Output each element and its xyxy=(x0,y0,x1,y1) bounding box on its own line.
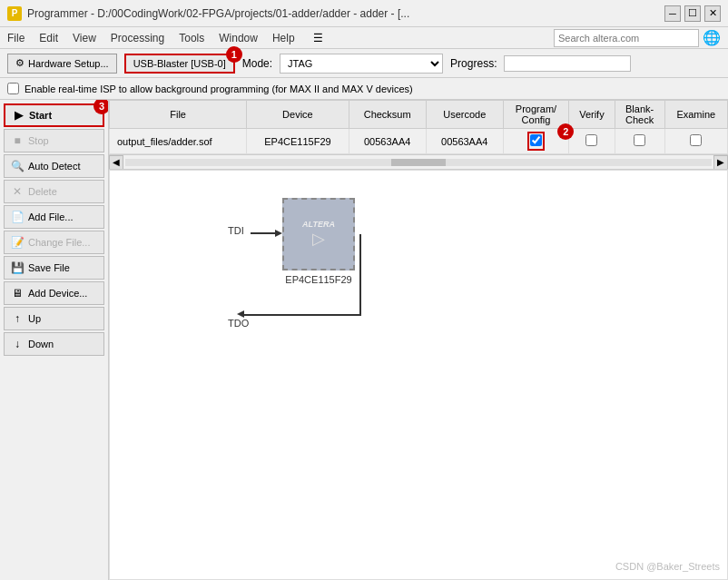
tdi-label: TDI xyxy=(228,225,244,236)
title-controls: ─ ☐ ✕ xyxy=(664,5,721,22)
cell-device: EP4CE115F29 xyxy=(247,129,349,154)
up-button[interactable]: ↑ Up xyxy=(4,307,104,330)
title-text: Programmer - D:/00CodingWork/02-FPGA/pro… xyxy=(27,7,409,20)
col-examine: Examine xyxy=(664,101,727,129)
progress-bar xyxy=(504,55,631,72)
save-file-icon: 💾 xyxy=(10,261,25,275)
cell-verify xyxy=(569,129,615,154)
scroll-right-button[interactable]: ▶ xyxy=(713,155,728,170)
change-file-icon: 📝 xyxy=(10,235,25,250)
examine-checkbox[interactable] xyxy=(690,134,702,146)
stop-button[interactable]: ■ Stop xyxy=(4,129,104,152)
hw-toolbar: ⚙ Hardware Setup... USB-Blaster [USB-0] … xyxy=(0,49,728,78)
start-button[interactable]: ▶ Start xyxy=(4,103,104,127)
down-button[interactable]: ↓ Down xyxy=(4,332,104,356)
auto-detect-button[interactable]: 🔍 Auto Detect xyxy=(4,154,104,178)
add-device-button[interactable]: 🖥 Add Device... xyxy=(4,281,104,305)
right-line-h xyxy=(241,314,361,316)
horizontal-scrollbar[interactable]: ◀ ▶ xyxy=(109,155,728,170)
tdo-arrowhead xyxy=(237,310,244,318)
menu-extra-icon: ☰ xyxy=(313,32,323,44)
start-icon: ▶ xyxy=(11,108,25,123)
sidebar: ▶ Start 3 ■ Stop 🔍 Auto Detect ✕ Delete … xyxy=(0,100,109,580)
mode-label: Mode: xyxy=(242,57,272,70)
file-table: File Device Checksum Usercode Program/Co… xyxy=(109,100,728,154)
add-file-icon: 📄 xyxy=(10,210,25,224)
start-badge: 3 xyxy=(93,100,109,114)
minimize-button[interactable]: ─ xyxy=(664,5,681,22)
progress-label: Progress: xyxy=(450,57,497,70)
up-icon: ↑ xyxy=(10,311,25,326)
scroll-thumb[interactable] xyxy=(391,159,446,166)
scroll-track[interactable] xyxy=(125,159,712,166)
restore-button[interactable]: ☐ xyxy=(684,5,701,22)
col-blank-check: Blank-Check xyxy=(615,101,664,129)
title-bar: P Programmer - D:/00CodingWork/02-FPGA/p… xyxy=(0,0,728,27)
globe-icon: 🌐 xyxy=(703,29,721,46)
close-button[interactable]: ✕ xyxy=(704,5,721,22)
delete-button[interactable]: ✕ Delete xyxy=(4,180,104,203)
fpga-brand-label: ALTERA xyxy=(302,220,335,229)
col-file: File xyxy=(110,101,247,129)
isp-label: Enable real-time ISP to allow background… xyxy=(25,84,413,94)
stop-icon: ■ xyxy=(10,133,25,148)
main-area: ▶ Start 3 ■ Stop 🔍 Auto Detect ✕ Delete … xyxy=(0,100,728,580)
menu-file[interactable]: File xyxy=(7,32,25,44)
col-checksum: Checksum xyxy=(349,101,426,129)
cell-program: 2 xyxy=(503,129,568,154)
menu-help[interactable]: Help xyxy=(272,32,295,44)
delete-icon: ✕ xyxy=(10,184,25,199)
cell-usercode: 00563AA4 xyxy=(426,129,503,154)
isp-checkbox[interactable] xyxy=(7,83,19,94)
add-device-icon: 🖥 xyxy=(10,286,25,300)
hardware-icon: ⚙ xyxy=(15,57,25,69)
menu-processing[interactable]: Processing xyxy=(111,32,164,44)
col-usercode: Usercode xyxy=(426,101,503,129)
right-panel: File Device Checksum Usercode Program/Co… xyxy=(109,100,728,580)
cell-checksum: 00563AA4 xyxy=(349,129,426,154)
cell-blank-check xyxy=(615,129,664,154)
menu-tools[interactable]: Tools xyxy=(179,32,204,44)
menu-window[interactable]: Window xyxy=(219,32,258,44)
col-device: Device xyxy=(247,101,349,129)
fpga-chip: ALTERA ▷ EP4CE115F29 xyxy=(282,198,355,270)
fpga-chip-name: EP4CE115F29 xyxy=(285,274,351,285)
mode-select[interactable]: JTAG Active Serial Programming Passive S… xyxy=(280,54,443,74)
change-file-button[interactable]: 📝 Change File... xyxy=(4,231,104,254)
diagram-area: TDI ALTERA ▷ EP4CE115F29 TDO CSDN @Baker… xyxy=(109,170,728,580)
menu-bar: File Edit View Processing Tools Window H… xyxy=(0,27,728,49)
menu-view[interactable]: View xyxy=(73,32,96,44)
right-line-v xyxy=(359,234,361,316)
watermark: CSDN @Baker_Streets xyxy=(615,561,720,572)
table-row: output_files/adder.sof EP4CE115F29 00563… xyxy=(110,129,728,154)
cell-examine xyxy=(664,129,727,154)
tdi-arrow xyxy=(251,232,278,234)
scroll-left-button[interactable]: ◀ xyxy=(109,155,123,170)
app-icon: P xyxy=(7,6,22,21)
search-input[interactable] xyxy=(554,29,699,47)
down-icon: ↓ xyxy=(10,337,25,351)
blank-check-checkbox[interactable] xyxy=(634,134,645,146)
add-file-button[interactable]: 📄 Add File... xyxy=(4,205,104,229)
col-verify: Verify xyxy=(569,101,615,129)
usb-blaster-button[interactable]: USB-Blaster [USB-0] xyxy=(124,54,235,74)
col-program: Program/Config xyxy=(503,101,568,129)
cell-file: output_files/adder.sof xyxy=(110,129,247,154)
tdi-arrowhead xyxy=(275,230,282,237)
usb-blaster-badge: 1 xyxy=(226,46,242,63)
isp-row: Enable real-time ISP to allow background… xyxy=(0,78,728,100)
file-table-area: File Device Checksum Usercode Program/Co… xyxy=(109,100,728,155)
fpga-brand-icon: ▷ xyxy=(312,229,325,249)
save-file-button[interactable]: 💾 Save File xyxy=(4,256,104,280)
hardware-setup-button[interactable]: ⚙ Hardware Setup... xyxy=(7,54,117,74)
verify-checkbox[interactable] xyxy=(585,134,597,146)
auto-detect-icon: 🔍 xyxy=(10,159,25,173)
program-checkbox[interactable] xyxy=(530,134,542,146)
menu-edit[interactable]: Edit xyxy=(39,32,58,44)
tdo-label: TDO xyxy=(228,318,249,329)
